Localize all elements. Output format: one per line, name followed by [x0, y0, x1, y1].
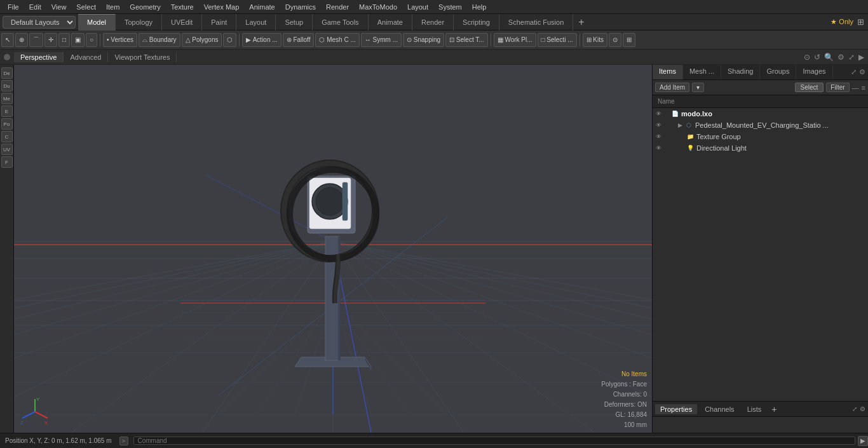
vp-settings-icon[interactable]: ⚙	[837, 53, 844, 62]
prop-settings-icon[interactable]: ⚙	[860, 405, 865, 412]
tab-scripting[interactable]: Scripting	[454, 14, 499, 31]
items-minus-icon[interactable]: —	[852, 84, 859, 92]
tab-groups[interactable]: Groups	[760, 65, 796, 79]
tab-items[interactable]: Items	[653, 65, 683, 79]
vp-rotate-icon[interactable]: ↺	[814, 53, 820, 62]
box2-tool-btn[interactable]: ▣	[71, 33, 85, 47]
menu-render[interactable]: Render	[321, 2, 354, 12]
selecti-btn[interactable]: □ Selecti ...	[538, 33, 577, 47]
move-tool-btn[interactable]: ✛	[44, 33, 57, 47]
add-item-arrow-btn[interactable]: ▾	[692, 83, 704, 92]
polygons-btn[interactable]: △ Polygons	[182, 33, 222, 47]
menu-texture[interactable]: Texture	[166, 2, 199, 12]
menu-layout[interactable]: Layout	[402, 2, 433, 12]
boundary-btn[interactable]: ⌓ Boundary	[139, 33, 180, 47]
status-toggle-btn[interactable]: >	[119, 437, 128, 445]
snapping-btn[interactable]: ⊙ Snapping	[403, 33, 444, 47]
menu-animate[interactable]: Animate	[244, 2, 280, 12]
left-tool-de[interactable]: De	[1, 67, 13, 79]
tree-row-root[interactable]: 👁 📄 modo.lxo	[653, 108, 868, 119]
left-tool-c[interactable]: C	[1, 131, 13, 142]
settings-icon[interactable]: ⊞	[857, 17, 864, 27]
left-tool-pol[interactable]: Po	[1, 118, 13, 130]
menu-help[interactable]: Help	[467, 2, 492, 12]
mesh-c-btn[interactable]: ⬡ Mesh C ...	[315, 33, 359, 47]
items-select-btn[interactable]: Select	[795, 83, 824, 92]
symm-btn[interactable]: ↔ Symm ...	[361, 33, 402, 47]
eye-icon-texture[interactable]: 👁	[654, 132, 663, 141]
menu-vertexmap[interactable]: Vertex Map	[199, 2, 245, 12]
menu-maxtomodo[interactable]: MaxToModo	[354, 2, 402, 12]
items-settings-icon[interactable]: ⚙	[859, 68, 865, 76]
prop-tab-lists[interactable]: Lists	[742, 404, 767, 414]
left-tool-e[interactable]: E	[1, 105, 13, 117]
tab-mesh[interactable]: Mesh ...	[683, 65, 721, 79]
prop-add-btn[interactable]: +	[771, 404, 776, 414]
menu-dynamics[interactable]: Dynamics	[280, 2, 321, 12]
vr2-btn[interactable]: ⊞	[623, 33, 635, 47]
kits-btn[interactable]: ⊞ Kits	[583, 33, 607, 47]
vp-tab-perspective[interactable]: Perspective	[14, 52, 64, 62]
tab-shading[interactable]: Shading	[721, 65, 760, 79]
tab-topology[interactable]: Topology	[116, 14, 162, 31]
add-item-btn[interactable]: Add Item	[655, 83, 689, 92]
add-tab-button[interactable]: +	[573, 15, 589, 29]
box1-tool-btn[interactable]: □	[58, 33, 70, 47]
vp-home-icon[interactable]: ⊙	[804, 53, 810, 62]
menu-geometry[interactable]: Geometry	[125, 2, 165, 12]
tab-render[interactable]: Render	[412, 14, 454, 31]
layout-dropdown[interactable]: Default Layouts	[3, 16, 76, 29]
command-go-btn[interactable]: ▶	[858, 436, 868, 446]
prop-tab-properties[interactable]: Properties	[655, 404, 697, 414]
action-btn[interactable]: ▶ Action ...	[242, 33, 281, 47]
vp-expand-icon[interactable]: ⤢	[848, 53, 855, 62]
eye-icon-root[interactable]: 👁	[654, 109, 663, 118]
circle-tool-btn[interactable]: ○	[86, 33, 97, 47]
arrow-tool-btn[interactable]: ↖	[1, 33, 14, 47]
tab-images[interactable]: Images	[796, 65, 832, 79]
tab-animate[interactable]: Animate	[369, 14, 412, 31]
menu-select[interactable]: Select	[71, 2, 101, 12]
left-tool-dup[interactable]: Du	[1, 80, 13, 92]
menu-file[interactable]: File	[3, 2, 24, 12]
vr-btn[interactable]: ⊙	[609, 33, 621, 47]
command-input[interactable]	[138, 437, 851, 444]
items-more-icon[interactable]: ≡	[862, 84, 865, 92]
tab-schematic-fusion[interactable]: Schematic Fusion	[499, 14, 573, 31]
work-pl-btn[interactable]: ▦ Work Pl...	[494, 33, 536, 47]
menu-view[interactable]: View	[46, 2, 72, 12]
tree-row-pedestal[interactable]: 👁 ▶ ⬡ Pedestal_Mounted_EV_Charging_Stati…	[653, 119, 868, 131]
select-t-btn[interactable]: ⊡ Select T...	[445, 33, 488, 47]
mesh-shape-btn[interactable]: ⬡	[223, 33, 236, 47]
left-tool-f[interactable]: F	[1, 156, 13, 168]
menu-item[interactable]: Item	[101, 2, 125, 12]
tab-paint[interactable]: Paint	[202, 14, 236, 31]
items-expand-icon[interactable]: ⤢	[851, 68, 857, 76]
tab-layout[interactable]: Layout	[236, 14, 276, 31]
prop-expand-icon[interactable]: ⤢	[852, 405, 857, 412]
tab-model[interactable]: Model	[78, 14, 116, 31]
eye-icon-pedestal[interactable]: 👁	[654, 121, 663, 130]
vp-more-icon[interactable]: ▶	[858, 53, 864, 62]
items-filter-btn[interactable]: Filter	[826, 83, 849, 92]
tab-uvedit[interactable]: UVEdit	[162, 14, 202, 31]
left-tool-uv[interactable]: UV	[1, 144, 13, 155]
arrow-pedestal: ▶	[678, 122, 684, 128]
vp-search-icon[interactable]: 🔍	[824, 53, 834, 62]
eye-icon-dirlight[interactable]: 👁	[654, 144, 663, 153]
left-tool-me[interactable]: Me	[1, 93, 13, 104]
tree-row-texture[interactable]: 👁 📁 Texture Group	[653, 131, 868, 142]
menu-edit[interactable]: Edit	[24, 2, 46, 12]
menu-system[interactable]: System	[433, 2, 467, 12]
vertices-btn[interactable]: • Vertices	[103, 33, 137, 47]
globe-tool-btn[interactable]: ⊕	[15, 33, 28, 47]
lasso-tool-btn[interactable]: ⌒	[29, 33, 43, 47]
tree-row-dirlight[interactable]: 👁 💡 Directional Light	[653, 142, 868, 154]
tab-setup[interactable]: Setup	[276, 14, 313, 31]
prop-tab-channels[interactable]: Channels	[700, 404, 739, 414]
falloff-btn[interactable]: ⊛ Falloff	[283, 33, 315, 47]
vp-tab-viewport-textures[interactable]: Viewport Textures	[108, 52, 177, 62]
tab-gametools[interactable]: Game Tools	[313, 14, 369, 31]
viewport[interactable]: No Items Polygons : Face Channels: 0 Def…	[14, 65, 652, 433]
vp-tab-advanced[interactable]: Advanced	[64, 52, 108, 62]
